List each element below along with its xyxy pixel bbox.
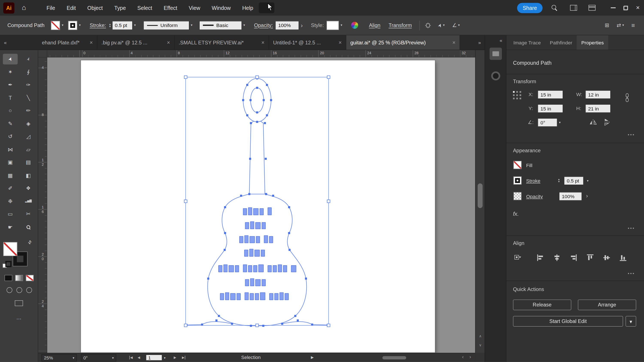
constrain-angle-icon[interactable]: ∠▾: [452, 22, 460, 28]
align-bottom-icon[interactable]: [618, 254, 628, 262]
scroll-up-icon[interactable]: ∧: [476, 334, 485, 338]
opacity-link[interactable]: Opacity: [526, 194, 543, 199]
symbol-sprayer-tool[interactable]: ❉: [3, 196, 18, 207]
appearance-more-options-icon[interactable]: •••: [628, 226, 635, 231]
fill-swatch[interactable]: [3, 242, 17, 256]
y-input[interactable]: 15 in: [538, 104, 563, 113]
collapse-toolbar-icon[interactable]: «: [0, 35, 11, 50]
zoom-tool[interactable]: Ϙ: [21, 222, 36, 233]
selection-bounding-box[interactable]: [186, 77, 329, 326]
minimize-button[interactable]: [607, 0, 619, 16]
recolor-artwork-icon[interactable]: [352, 22, 358, 29]
next-artboard-icon[interactable]: ▶: [174, 356, 176, 360]
tab-overflow-icon[interactable]: »: [478, 35, 481, 50]
h-input[interactable]: 21 in: [585, 104, 611, 113]
previous-artboard-icon[interactable]: ◀: [138, 356, 140, 360]
guitar-neck-right[interactable]: [260, 121, 265, 194]
guitar-headstock-inner[interactable]: [250, 88, 264, 112]
arrange-documents-icon[interactable]: [570, 5, 577, 11]
angle-dropdown-icon[interactable]: ▾: [559, 120, 561, 124]
free-transform-tool[interactable]: ▱: [21, 144, 36, 155]
status-expand-icon[interactable]: ▶: [311, 355, 314, 360]
menu-view[interactable]: View: [183, 5, 206, 11]
transform-link[interactable]: Transform: [388, 22, 412, 28]
stroke-weight-dropdown-icon[interactable]: ▾: [134, 23, 136, 27]
variable-width-profile-select[interactable]: Uniform: [143, 21, 189, 30]
brush-dropdown-icon[interactable]: ▾: [244, 23, 245, 27]
gradient-button[interactable]: [15, 275, 23, 281]
ellipse-tool[interactable]: ○: [3, 105, 18, 116]
scale-tool[interactable]: ◿: [21, 131, 36, 142]
opacity-link[interactable]: Opacity:: [254, 22, 273, 28]
fill-color-swatch[interactable]: [51, 21, 60, 30]
search-icon[interactable]: [552, 5, 558, 11]
stroke-weight-dropdown-icon[interactable]: ▾: [587, 179, 588, 183]
document-tab[interactable]: .big pv.ai* @ 12.5 ...×: [97, 35, 174, 50]
global-edit-options-icon[interactable]: ▾: [626, 316, 636, 327]
width-profile-dropdown-icon[interactable]: ▾: [191, 23, 192, 27]
tab-image-trace[interactable]: Image Trace: [509, 35, 546, 50]
vertical-scrollbar-thumb[interactable]: [478, 183, 482, 208]
scroll-right-icon[interactable]: ›: [470, 354, 471, 360]
scroll-left-icon[interactable]: ‹: [462, 354, 464, 360]
reference-point-locator[interactable]: [513, 91, 523, 101]
tab-pathfinder[interactable]: Pathfinder: [545, 35, 577, 50]
eyedropper-tool[interactable]: ✐: [3, 183, 18, 194]
horizontal-ruler[interactable]: 0 4 8 12 16 20 24 28 32: [47, 50, 475, 57]
fill-dropdown-icon[interactable]: ▾: [62, 23, 64, 27]
menu-object[interactable]: Object: [82, 5, 108, 11]
shape-builder-tool[interactable]: ▣: [3, 157, 18, 168]
arrange-grid-icon[interactable]: ⊞: [605, 22, 609, 28]
illustrator-logo-icon[interactable]: Ai: [3, 2, 14, 13]
draw-behind-button[interactable]: [16, 287, 22, 293]
flip-horizontal-icon[interactable]: [590, 119, 597, 125]
guitar-neck-left[interactable]: [249, 121, 254, 194]
tab-close-icon[interactable]: ×: [452, 39, 456, 46]
align-to-selection-icon[interactable]: [514, 254, 523, 262]
style-dropdown-icon[interactable]: ▾: [341, 23, 342, 27]
column-graph-tool[interactable]: ▂▅▇: [21, 196, 36, 207]
brush-definition-select[interactable]: Basic: [199, 21, 242, 30]
guitar-base-right[interactable]: [282, 322, 328, 325]
select-similar-icon[interactable]: ➤▾: [438, 22, 445, 28]
stroke-link[interactable]: Stroke: [526, 178, 540, 184]
tab-close-icon[interactable]: ×: [90, 39, 93, 46]
curvature-tool[interactable]: ✑: [21, 79, 36, 90]
tab-close-icon[interactable]: ×: [167, 39, 170, 46]
effects-button[interactable]: fx.: [513, 211, 519, 217]
menu-window[interactable]: Window: [206, 5, 236, 11]
link-dimensions-icon[interactable]: [625, 93, 630, 102]
home-icon[interactable]: ⌂: [22, 4, 26, 12]
rotation-select[interactable]: 0°▾: [81, 354, 116, 361]
snap-options-icon[interactable]: ⇄▾: [616, 22, 624, 28]
opacity-expand-icon[interactable]: ›: [586, 193, 588, 199]
eraser-tool[interactable]: ◈: [21, 118, 36, 129]
rotate-tool[interactable]: ↺: [3, 131, 18, 142]
document-tab-active[interactable]: guitar.ai* @ 25 % (RGB/Preview)×: [346, 35, 460, 50]
canvas[interactable]: [47, 57, 475, 353]
style-swatch[interactable]: [327, 21, 339, 30]
stroke-link[interactable]: Stroke:: [90, 22, 106, 28]
restore-button[interactable]: [619, 0, 632, 16]
menu-select[interactable]: Select: [132, 5, 158, 11]
slice-tool[interactable]: ✂: [21, 209, 36, 219]
arrange-button[interactable]: Arrange: [578, 300, 636, 310]
document-tab[interactable]: Untitled-1* @ 12.5 ...×: [269, 35, 346, 50]
first-artboard-icon[interactable]: ◀: [130, 356, 133, 360]
last-artboard-icon[interactable]: ▶: [182, 356, 186, 360]
menu-file[interactable]: File: [41, 5, 61, 11]
scroll-down-icon[interactable]: ∨: [476, 343, 485, 347]
appearance-opacity-swatch[interactable]: [514, 192, 522, 200]
flip-vertical-icon[interactable]: [604, 118, 610, 126]
tab-properties[interactable]: Properties: [577, 35, 608, 50]
perspective-grid-tool[interactable]: ▤: [21, 157, 36, 168]
magic-wand-tool[interactable]: ✶: [3, 66, 18, 77]
vertical-ruler[interactable]: 4 8 12 16 20 24: [38, 57, 47, 353]
x-input[interactable]: 15 in: [538, 90, 563, 99]
stroke-weight-input[interactable]: 0.5 pt: [564, 176, 584, 185]
appearance-stroke-swatch[interactable]: [514, 176, 522, 185]
expand-panels-icon[interactable]: «: [500, 38, 502, 43]
stroke-color-swatch[interactable]: [68, 21, 77, 30]
align-link[interactable]: Align: [369, 22, 380, 28]
release-button[interactable]: Release: [513, 300, 572, 310]
